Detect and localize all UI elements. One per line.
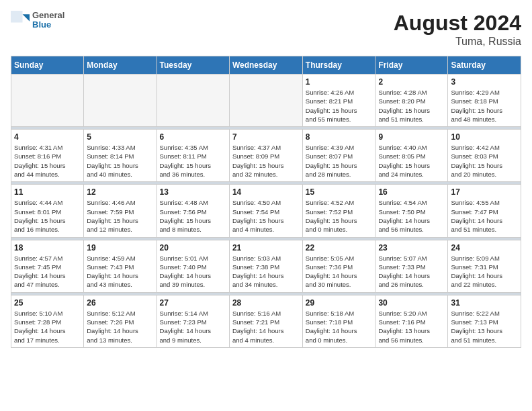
day-info: Sunrise: 5:20 AM Sunset: 7:16 PM Dayligh… <box>378 309 445 345</box>
day-number: 25 <box>14 298 81 308</box>
day-cell: 12Sunrise: 4:46 AM Sunset: 7:59 PM Dayli… <box>84 185 157 237</box>
week-row-5: 25Sunrise: 5:10 AM Sunset: 7:28 PM Dayli… <box>11 295 521 347</box>
day-number: 24 <box>451 243 518 253</box>
day-number: 22 <box>306 243 373 253</box>
day-number: 23 <box>378 243 445 253</box>
day-info: Sunrise: 5:22 AM Sunset: 7:13 PM Dayligh… <box>451 309 518 345</box>
day-info: Sunrise: 5:16 AM Sunset: 7:21 PM Dayligh… <box>232 309 300 345</box>
logo: General Blue <box>11 11 64 30</box>
header-cell-sunday: Sunday <box>11 56 84 75</box>
header-cell-wednesday: Wednesday <box>229 56 302 75</box>
day-info: Sunrise: 4:37 AM Sunset: 8:09 PM Dayligh… <box>232 143 300 179</box>
logo-text: General Blue <box>32 11 64 30</box>
day-cell: 20Sunrise: 5:01 AM Sunset: 7:40 PM Dayli… <box>157 240 229 292</box>
day-number: 27 <box>160 298 226 308</box>
logo-line2: Blue <box>32 20 64 30</box>
day-info: Sunrise: 5:10 AM Sunset: 7:28 PM Dayligh… <box>14 309 81 345</box>
day-cell: 28Sunrise: 5:16 AM Sunset: 7:21 PM Dayli… <box>229 295 302 347</box>
calendar-table: SundayMondayTuesdayWednesdayThursdayFrid… <box>11 56 521 348</box>
svg-rect-2 <box>11 11 23 23</box>
week-row-1: 1Sunrise: 4:26 AM Sunset: 8:21 PM Daylig… <box>11 75 521 127</box>
day-info: Sunrise: 4:55 AM Sunset: 7:47 PM Dayligh… <box>451 198 518 234</box>
day-number: 3 <box>451 77 518 87</box>
header-cell-monday: Monday <box>84 56 157 75</box>
calendar-title: August 2024 <box>394 11 521 36</box>
week-row-3: 11Sunrise: 4:44 AM Sunset: 8:01 PM Dayli… <box>11 185 521 237</box>
day-cell: 29Sunrise: 5:18 AM Sunset: 7:18 PM Dayli… <box>302 295 375 347</box>
header-cell-thursday: Thursday <box>302 56 375 75</box>
day-info: Sunrise: 5:12 AM Sunset: 7:26 PM Dayligh… <box>87 309 153 345</box>
day-number: 8 <box>306 132 373 142</box>
day-info: Sunrise: 4:33 AM Sunset: 8:14 PM Dayligh… <box>87 143 153 179</box>
day-info: Sunrise: 4:31 AM Sunset: 8:16 PM Dayligh… <box>14 143 81 179</box>
day-number: 30 <box>378 298 445 308</box>
day-info: Sunrise: 4:59 AM Sunset: 7:43 PM Dayligh… <box>87 254 153 289</box>
day-cell: 5Sunrise: 4:33 AM Sunset: 8:14 PM Daylig… <box>84 130 157 182</box>
day-number: 26 <box>87 298 153 308</box>
day-cell: 4Sunrise: 4:31 AM Sunset: 8:16 PM Daylig… <box>11 130 84 182</box>
day-cell: 24Sunrise: 5:09 AM Sunset: 7:31 PM Dayli… <box>448 240 521 292</box>
day-cell: 17Sunrise: 4:55 AM Sunset: 7:47 PM Dayli… <box>448 185 521 237</box>
week-row-4: 18Sunrise: 4:57 AM Sunset: 7:45 PM Dayli… <box>11 240 521 292</box>
day-number: 12 <box>87 187 153 197</box>
day-cell <box>157 75 229 127</box>
day-info: Sunrise: 5:01 AM Sunset: 7:40 PM Dayligh… <box>160 254 226 289</box>
day-info: Sunrise: 4:29 AM Sunset: 8:18 PM Dayligh… <box>451 88 518 124</box>
day-cell: 19Sunrise: 4:59 AM Sunset: 7:43 PM Dayli… <box>84 240 157 292</box>
day-cell: 6Sunrise: 4:35 AM Sunset: 8:11 PM Daylig… <box>157 130 229 182</box>
day-info: Sunrise: 4:26 AM Sunset: 8:21 PM Dayligh… <box>306 88 373 124</box>
day-number: 21 <box>232 243 300 253</box>
day-number: 18 <box>14 243 81 253</box>
day-info: Sunrise: 4:28 AM Sunset: 8:20 PM Dayligh… <box>378 88 445 124</box>
day-info: Sunrise: 5:14 AM Sunset: 7:23 PM Dayligh… <box>160 309 226 345</box>
day-cell: 11Sunrise: 4:44 AM Sunset: 8:01 PM Dayli… <box>11 185 84 237</box>
day-number: 15 <box>306 187 373 197</box>
day-number: 31 <box>451 298 518 308</box>
day-cell: 23Sunrise: 5:07 AM Sunset: 7:33 PM Dayli… <box>375 240 448 292</box>
day-cell: 1Sunrise: 4:26 AM Sunset: 8:21 PM Daylig… <box>302 75 375 127</box>
header-cell-friday: Friday <box>375 56 448 75</box>
day-info: Sunrise: 4:52 AM Sunset: 7:52 PM Dayligh… <box>306 198 373 234</box>
day-cell: 14Sunrise: 4:50 AM Sunset: 7:54 PM Dayli… <box>229 185 302 237</box>
day-cell: 2Sunrise: 4:28 AM Sunset: 8:20 PM Daylig… <box>375 75 448 127</box>
day-info: Sunrise: 4:40 AM Sunset: 8:05 PM Dayligh… <box>378 143 445 179</box>
day-info: Sunrise: 4:35 AM Sunset: 8:11 PM Dayligh… <box>160 143 226 179</box>
day-info: Sunrise: 4:46 AM Sunset: 7:59 PM Dayligh… <box>87 198 153 234</box>
day-info: Sunrise: 5:09 AM Sunset: 7:31 PM Dayligh… <box>451 254 518 289</box>
logo-line1: General <box>32 11 64 20</box>
day-cell: 15Sunrise: 4:52 AM Sunset: 7:52 PM Dayli… <box>302 185 375 237</box>
day-cell: 9Sunrise: 4:40 AM Sunset: 8:05 PM Daylig… <box>375 130 448 182</box>
calendar-subtitle: Tuma, Russia <box>394 36 521 48</box>
day-number: 13 <box>160 187 226 197</box>
day-cell: 22Sunrise: 5:05 AM Sunset: 7:36 PM Dayli… <box>302 240 375 292</box>
day-number: 2 <box>378 77 445 87</box>
day-number: 6 <box>160 132 226 142</box>
day-cell: 7Sunrise: 4:37 AM Sunset: 8:09 PM Daylig… <box>229 130 302 182</box>
logo-icon <box>11 11 30 30</box>
day-cell: 27Sunrise: 5:14 AM Sunset: 7:23 PM Dayli… <box>157 295 229 347</box>
day-cell: 30Sunrise: 5:20 AM Sunset: 7:16 PM Dayli… <box>375 295 448 347</box>
day-cell: 25Sunrise: 5:10 AM Sunset: 7:28 PM Dayli… <box>11 295 84 347</box>
day-info: Sunrise: 5:07 AM Sunset: 7:33 PM Dayligh… <box>378 254 445 289</box>
week-row-2: 4Sunrise: 4:31 AM Sunset: 8:16 PM Daylig… <box>11 130 521 182</box>
day-cell <box>229 75 302 127</box>
page-header: General Blue August 2024 Tuma, Russia <box>11 11 521 48</box>
day-number: 29 <box>306 298 373 308</box>
day-info: Sunrise: 4:48 AM Sunset: 7:56 PM Dayligh… <box>160 198 226 234</box>
day-cell: 10Sunrise: 4:42 AM Sunset: 8:03 PM Dayli… <box>448 130 521 182</box>
day-cell: 18Sunrise: 4:57 AM Sunset: 7:45 PM Dayli… <box>11 240 84 292</box>
day-number: 14 <box>232 187 300 197</box>
day-info: Sunrise: 5:03 AM Sunset: 7:38 PM Dayligh… <box>232 254 300 289</box>
day-number: 10 <box>451 132 518 142</box>
day-cell: 26Sunrise: 5:12 AM Sunset: 7:26 PM Dayli… <box>84 295 157 347</box>
title-block: August 2024 Tuma, Russia <box>394 11 521 48</box>
day-cell <box>84 75 157 127</box>
day-number: 11 <box>14 187 81 197</box>
day-cell: 21Sunrise: 5:03 AM Sunset: 7:38 PM Dayli… <box>229 240 302 292</box>
day-number: 16 <box>378 187 445 197</box>
day-cell: 31Sunrise: 5:22 AM Sunset: 7:13 PM Dayli… <box>448 295 521 347</box>
day-number: 1 <box>306 77 373 87</box>
day-info: Sunrise: 4:39 AM Sunset: 8:07 PM Dayligh… <box>306 143 373 179</box>
day-number: 4 <box>14 132 81 142</box>
day-number: 20 <box>160 243 226 253</box>
